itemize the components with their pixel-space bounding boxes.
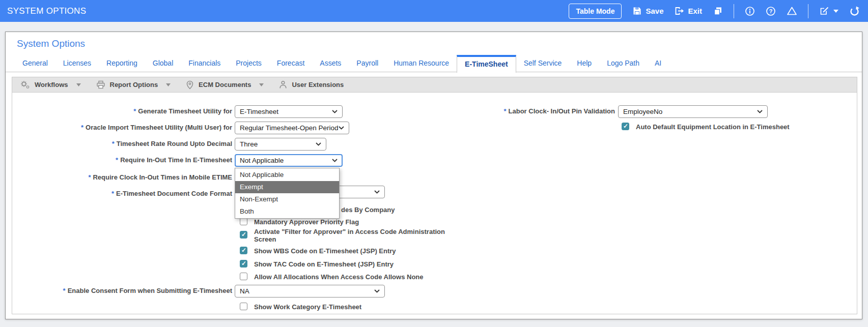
option-non-exempt[interactable]: Non-Exempt xyxy=(235,193,339,205)
form-area: *Generate Timesheet Utility for *Oracle … xyxy=(12,93,857,314)
workflows-label: Workflows xyxy=(35,81,68,88)
activate-filter-for-approver-label: Activate "Filter for Approver" in Access… xyxy=(254,228,463,243)
tab-general[interactable]: General xyxy=(15,55,55,72)
tab-reporting[interactable]: Reporting xyxy=(99,55,145,72)
exit-label: Exit xyxy=(688,7,702,15)
refresh-icon[interactable] xyxy=(849,6,860,16)
table-mode-button[interactable]: Table Mode xyxy=(569,4,622,19)
select-value: Three xyxy=(240,140,258,148)
require-in-out-time-select[interactable]: Not Applicable xyxy=(235,154,343,167)
titlebar-divider xyxy=(808,4,808,18)
save-icon xyxy=(632,6,642,16)
show-wbs-code-checkbox[interactable] xyxy=(240,247,247,254)
titlebar-actions: Table Mode Save Exit xyxy=(569,4,860,19)
tab-e-timesheet[interactable]: E-TimeSheet xyxy=(457,55,516,73)
allow-all-allocations-checkbox[interactable] xyxy=(240,273,247,280)
user-extensions-menu[interactable]: User Extensions xyxy=(279,80,344,89)
tab-payroll[interactable]: Payroll xyxy=(349,55,386,72)
select-value: NA xyxy=(240,287,249,295)
help-icon[interactable]: ? xyxy=(766,6,776,16)
label-require-in-out-time: *Require In-Out Time In E-Timesheet xyxy=(12,156,232,164)
partially-hidden-checkbox-label: des By Company xyxy=(341,206,395,214)
allow-all-allocations-label: Allow All Allocations When Access Code A… xyxy=(254,273,424,281)
auto-default-equipment-location-checkbox[interactable] xyxy=(622,123,629,130)
label-enable-consent-form: *Enable Consent Form when Submitting E-T… xyxy=(12,287,232,295)
system-options-panel: System Options General Licenses Reportin… xyxy=(5,32,862,319)
tab-projects[interactable]: Projects xyxy=(228,55,269,72)
select-value: Regular Timesheet-Open Period xyxy=(240,124,339,132)
show-tac-code-checkbox[interactable] xyxy=(240,260,247,267)
select-value: Not Applicable xyxy=(240,157,284,164)
info-icon[interactable] xyxy=(745,6,755,16)
required-marker: * xyxy=(63,287,66,294)
oracle-import-timesheet-utility-select[interactable]: Regular Timesheet-Open Period xyxy=(235,122,349,134)
page-title: System Options xyxy=(17,38,85,49)
edit-menu-button[interactable] xyxy=(819,6,838,16)
show-work-category-checkbox[interactable] xyxy=(240,303,247,310)
show-wbs-code-label: Show WBS Code on E-Timesheet (JSP) Entry xyxy=(254,247,396,255)
chevron-down-icon xyxy=(833,10,838,13)
svg-text:?: ? xyxy=(769,8,773,14)
warning-icon[interactable] xyxy=(787,6,797,16)
tab-strip: General Licenses Reporting Global Financ… xyxy=(6,55,862,72)
label-require-clock-in-out-mobile: *Require Clock In-Out Times in Mobile ET… xyxy=(12,173,232,182)
required-marker: * xyxy=(81,124,83,131)
mandatory-approver-priority-flag-checkbox[interactable] xyxy=(240,218,247,225)
generate-timesheet-utility-select[interactable]: E-Timesheet xyxy=(235,105,343,118)
required-marker: * xyxy=(112,140,115,147)
tab-self-service[interactable]: Self Service xyxy=(516,55,570,72)
show-work-category-label: Show Work Category E-Timesheet xyxy=(254,303,361,311)
mandatory-approver-priority-flag-label: Mandatory Approver Priority Flag xyxy=(254,218,359,226)
required-marker: * xyxy=(116,156,118,164)
person-icon xyxy=(279,80,287,89)
required-marker: * xyxy=(133,107,136,115)
tab-forecast[interactable]: Forecast xyxy=(269,55,312,72)
titlebar-divider xyxy=(734,4,734,18)
label-generate-timesheet-utility: *Generate Timesheet Utility for xyxy=(12,107,232,115)
report-options-menu[interactable]: Report Options xyxy=(96,80,158,89)
chevron-down-icon xyxy=(332,110,338,113)
auto-default-equipment-location-label: Auto Default Equipment Location in E-Tim… xyxy=(636,123,790,131)
timesheet-rate-round-select[interactable]: Three xyxy=(235,138,326,151)
app-title: SYSTEM OPTIONS xyxy=(7,6,86,16)
chevron-down-icon[interactable] xyxy=(166,83,171,86)
tab-global[interactable]: Global xyxy=(145,55,181,72)
chevron-down-icon xyxy=(316,142,321,146)
documents-icon[interactable] xyxy=(713,6,723,16)
tab-ai[interactable]: AI xyxy=(647,55,669,72)
label-oracle-import-timesheet-utility: *Oracle Import Timesheet Utility (Multi … xyxy=(12,124,232,132)
activate-filter-for-approver-checkbox[interactable] xyxy=(240,231,247,239)
chevron-down-icon xyxy=(332,159,338,162)
select-value: EmployeeNo xyxy=(623,108,662,115)
chevron-down-icon xyxy=(374,190,380,194)
ecm-documents-label: ECM Documents xyxy=(199,81,251,88)
chevron-down-icon xyxy=(374,289,380,293)
workflows-menu[interactable]: Workflows xyxy=(20,80,68,89)
enable-consent-form-select[interactable]: NA xyxy=(235,285,385,298)
labor-clock-pin-validation-select[interactable]: EmployeeNo xyxy=(618,105,768,118)
tab-logo-path[interactable]: Logo Path xyxy=(599,55,647,72)
chevron-down-icon[interactable] xyxy=(259,83,264,86)
tab-assets[interactable]: Assets xyxy=(312,55,349,72)
gears-icon xyxy=(20,80,30,89)
map-pin-icon xyxy=(186,80,194,90)
option-both[interactable]: Both xyxy=(235,205,339,218)
tab-human-resource[interactable]: Human Resource xyxy=(386,55,457,72)
report-options-label: Report Options xyxy=(110,81,158,88)
label-timesheet-rate-round: *Timesheet Rate Round Upto Decimal xyxy=(12,140,232,148)
exit-icon xyxy=(674,6,684,16)
label-etimesheet-document-code-format: *E-Timesheet Document Code Format xyxy=(12,190,232,198)
tab-help[interactable]: Help xyxy=(569,55,599,72)
exit-button[interactable]: Exit xyxy=(674,6,702,16)
save-button[interactable]: Save xyxy=(632,6,663,16)
option-not-applicable[interactable]: Not Applicable xyxy=(235,169,339,181)
tab-financials[interactable]: Financials xyxy=(181,55,228,72)
required-marker: * xyxy=(503,107,506,115)
required-marker: * xyxy=(88,173,91,181)
ecm-documents-menu[interactable]: ECM Documents xyxy=(186,80,251,90)
option-exempt[interactable]: Exempt xyxy=(235,181,339,193)
chevron-down-icon[interactable] xyxy=(76,83,81,86)
chevron-down-icon xyxy=(339,126,344,130)
printer-icon xyxy=(96,80,105,89)
tab-licenses[interactable]: Licenses xyxy=(55,55,99,72)
